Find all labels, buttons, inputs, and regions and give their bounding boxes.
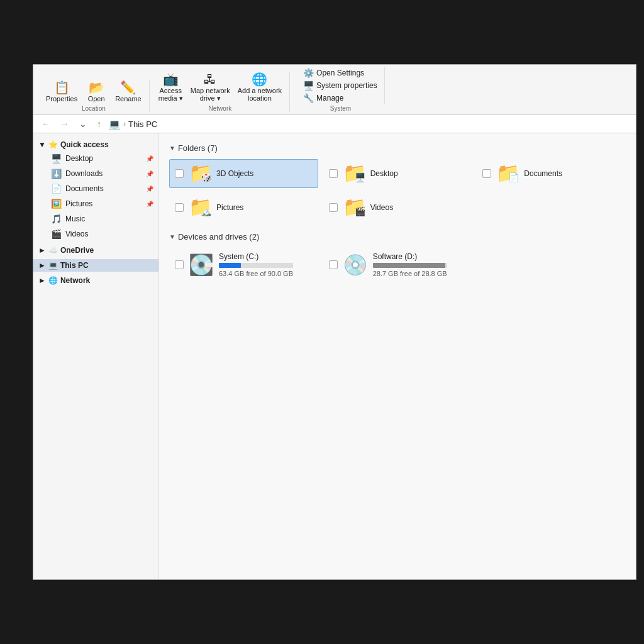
sidebar-item-music[interactable]: 🎵 Music (33, 211, 158, 226)
devices-section-title: Devices and drives (2) (178, 232, 259, 242)
desktop-icon-wrap: 📁 🖥️ (343, 164, 365, 184)
software-d-bar-fill (373, 263, 446, 268)
network-location-icon: 🌐 (252, 73, 267, 86)
onedrive-expand-icon: ► (38, 246, 46, 255)
access-media-label: Accessmedia ▾ (158, 87, 183, 103)
downloads-icon: ⬇️ (51, 169, 62, 179)
folder-item-3d-objects[interactable]: 📁 🎲 3D Objects (169, 159, 318, 188)
folder-checkbox-pictures[interactable] (175, 203, 184, 212)
quick-access-label: Quick access (60, 140, 109, 149)
pictures-icon: 🖼️ (51, 199, 62, 209)
folder-item-desktop[interactable]: 📁 🖥️ Desktop (323, 159, 472, 188)
network-header[interactable]: ► 🌐 Network (33, 274, 158, 287)
sidebar-item-downloads[interactable]: ⬇️ Downloads 📌 (33, 166, 158, 181)
videos-folder-name: Videos (370, 203, 393, 212)
drive-checkbox-d[interactable] (329, 260, 338, 269)
pictures-folder-name: Pictures (216, 203, 243, 212)
drive-checkbox-c[interactable] (175, 260, 184, 269)
desktop-pin-icon: 📌 (146, 155, 153, 162)
network-icon: 🌐 (48, 276, 58, 285)
open-settings-label: Open Settings (316, 69, 364, 77)
documents-icon-wrap: 📁 📄 (496, 164, 519, 184)
quick-access-chevron: ▼ (38, 140, 46, 149)
rename-icon: ✏️ (120, 81, 136, 94)
sidebar: ▼ ⭐ Quick access 🖥️ Desktop 📌 ⬇️ Downloa… (33, 133, 159, 579)
drive-item-software-d[interactable]: 💿 Software (D:) 28.7 GB free of 28.8 GB (323, 248, 472, 282)
open-settings-icon: ⚙️ (303, 68, 314, 78)
folders-section-title: Folders (7) (178, 143, 218, 153)
this-pc-path-icon: 💻 (108, 118, 121, 130)
manage-button[interactable]: 🔧 Manage (301, 92, 379, 104)
sidebar-item-desktop[interactable]: 🖥️ Desktop 📌 (33, 151, 158, 166)
software-d-info: Software (D:) 28.7 GB free of 28.8 GB (373, 252, 447, 277)
forward-button[interactable]: → (57, 118, 72, 130)
folders-expand-icon[interactable]: ▼ (169, 145, 175, 152)
folder-checkbox-videos[interactable] (329, 203, 338, 212)
access-media-button[interactable]: 📺 Accessmedia ▾ (156, 72, 186, 104)
software-d-free: 28.7 GB free of 28.8 GB (373, 270, 447, 277)
this-pc-label: This PC (60, 261, 89, 270)
up-button[interactable]: ↑ (94, 118, 104, 130)
system-c-info: System (C:) 63.4 GB free of 90.0 GB (219, 252, 293, 277)
this-pc-icon: 💻 (48, 261, 58, 270)
ribbon-row: 📋 Properties 📂 Open ✏️ Rename Location (38, 67, 631, 114)
address-bar: ← → ⌄ ↑ 💻 › This PC (33, 115, 636, 133)
system-c-free: 63.4 GB free of 90.0 GB (219, 270, 293, 277)
address-path-text: This PC (128, 119, 157, 129)
documents-folder-name: Documents (524, 169, 562, 178)
folder-item-documents[interactable]: 📁 📄 Documents (477, 159, 626, 188)
network-location-label: Add a networklocation (238, 87, 282, 102)
network-group-label: Network (209, 105, 232, 112)
desktop-icon: 🖥️ (51, 153, 62, 164)
system-properties-button[interactable]: 🖥️ System properties (301, 80, 379, 91)
folders-grid: 📁 🎲 3D Objects 📁 🖥️ Desktop (169, 159, 626, 222)
devices-section-header: ▼ Devices and drives (2) (169, 232, 626, 242)
file-content: ▼ Folders (7) 📁 🎲 3D Objects � (159, 133, 636, 579)
folders-section-header: ▼ Folders (7) (169, 143, 626, 153)
properties-button[interactable]: 📋 Properties (43, 80, 80, 104)
music-icon: 🎵 (51, 214, 62, 224)
open-settings-button[interactable]: ⚙️ Open Settings (301, 67, 379, 79)
system-group-label: System (330, 105, 351, 112)
manage-icon: 🔧 (303, 93, 314, 103)
drive-item-system-c[interactable]: 💽 System (C:) 63.4 GB free of 90.0 GB (169, 248, 318, 282)
open-button[interactable]: 📂 Open (82, 80, 110, 104)
back-button[interactable]: ← (38, 118, 53, 130)
quick-access-section: ▼ ⭐ Quick access 🖥️ Desktop 📌 ⬇️ Downloa… (33, 138, 158, 242)
network-section: ► 🌐 Network (33, 274, 158, 287)
folder-checkbox-documents[interactable] (482, 169, 491, 178)
folder-item-pictures[interactable]: 📁 🏔️ Pictures (169, 193, 318, 222)
network-expand-icon: ► (38, 276, 46, 285)
downloads-label: Downloads (65, 169, 103, 178)
pictures-overlay-icon: 🏔️ (201, 206, 211, 216)
manage-label: Manage (316, 94, 343, 103)
3d-objects-overlay-icon: 🎲 (201, 172, 211, 182)
pictures-pin-icon: 📌 (146, 201, 153, 208)
documents-label: Documents (65, 184, 104, 193)
software-d-name: Software (D:) (373, 252, 447, 261)
rename-button[interactable]: ✏️ Rename (113, 80, 144, 104)
videos-overlay-icon: 🎬 (355, 206, 365, 216)
address-path: 💻 › This PC (108, 118, 157, 130)
folder-checkbox-3d-objects[interactable] (175, 169, 184, 178)
sidebar-item-documents[interactable]: 📄 Documents 📌 (33, 181, 158, 196)
quick-access-header[interactable]: ▼ ⭐ Quick access (33, 138, 158, 151)
devices-expand-icon[interactable]: ▼ (169, 233, 175, 240)
map-network-drive-button[interactable]: 🖧 Map networkdrive ▾ (188, 72, 233, 104)
location-group-label: Location (82, 105, 106, 112)
drives-grid: 💽 System (C:) 63.4 GB free of 90.0 GB 💿 (169, 248, 626, 282)
this-pc-header[interactable]: ► 💻 This PC (33, 259, 158, 272)
sidebar-item-videos[interactable]: 🎬 Videos (33, 226, 158, 242)
main-area: ▼ ⭐ Quick access 🖥️ Desktop 📌 ⬇️ Downloa… (33, 133, 636, 579)
folder-item-videos[interactable]: 📁 🎬 Videos (323, 193, 472, 222)
recent-locations-button[interactable]: ⌄ (76, 118, 90, 130)
folder-checkbox-desktop[interactable] (329, 169, 338, 178)
sidebar-item-pictures[interactable]: 🖼️ Pictures 📌 (33, 196, 158, 211)
properties-icon: 📋 (54, 81, 70, 94)
open-label: Open (88, 95, 105, 103)
downloads-pin-icon: 📌 (146, 170, 153, 177)
onedrive-header[interactable]: ► ☁️ OneDrive (33, 244, 158, 257)
add-network-location-button[interactable]: 🌐 Add a networklocation (235, 72, 284, 103)
documents-overlay-icon: 📄 (508, 172, 519, 182)
rename-label: Rename (115, 95, 142, 103)
